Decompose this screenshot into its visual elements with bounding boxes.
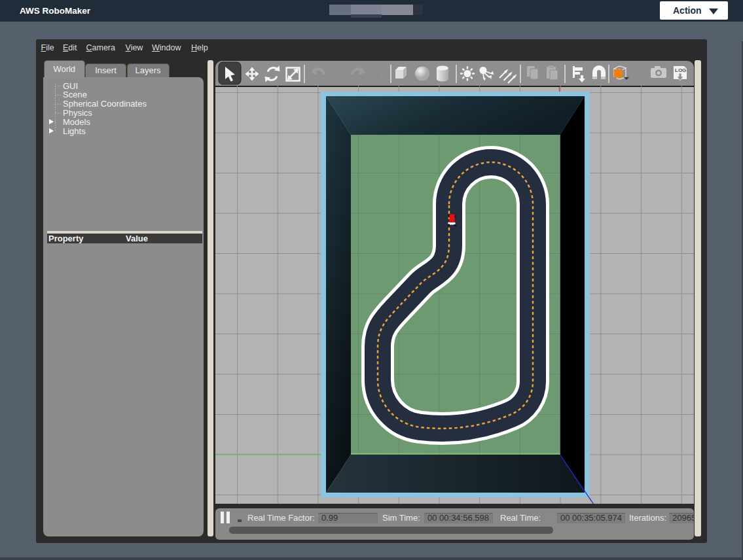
svg-text:LOG: LOG — [675, 67, 686, 73]
